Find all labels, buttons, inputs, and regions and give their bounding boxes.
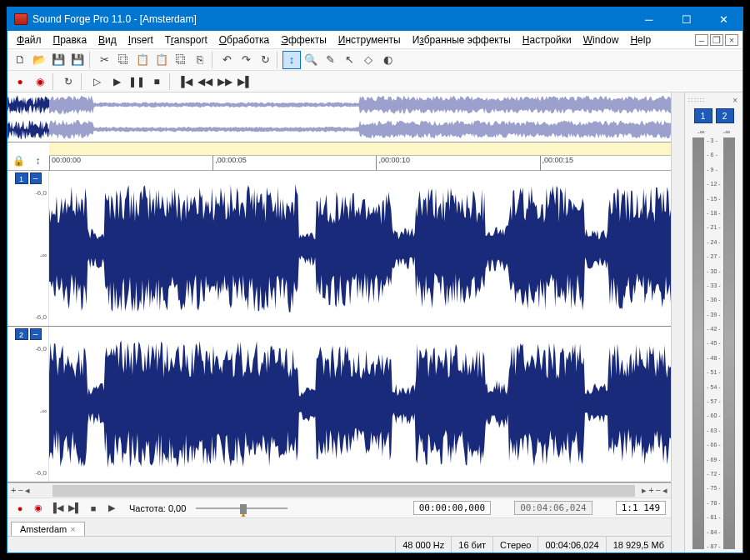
tab-close-icon[interactable]: × (70, 524, 75, 534)
meter-peak-1: -∞ (698, 128, 704, 136)
copy-button[interactable]: ⿻ (114, 51, 132, 69)
mdi-minimize-button[interactable]: – (695, 34, 708, 46)
lock-icon[interactable]: 🔒 (12, 153, 27, 168)
menu-window[interactable]: Window (578, 32, 625, 48)
envelope-tool-button[interactable]: ◇ (359, 51, 378, 69)
record-button[interactable]: ● (11, 72, 29, 91)
meters-close-icon[interactable]: × (732, 96, 739, 105)
waveform-2[interactable] (49, 327, 671, 482)
marker-strip[interactable] (49, 142, 671, 156)
paste-button[interactable]: 📋 (133, 51, 152, 69)
zoom-out-horiz-icon[interactable]: − (656, 485, 661, 496)
meter-ch1-button[interactable]: 1 (694, 108, 712, 123)
horizontal-scrollbar[interactable] (52, 485, 635, 497)
menu-transport[interactable]: Transport (159, 32, 213, 48)
menu-process[interactable]: Обработка (213, 32, 276, 48)
meter-ch2-button[interactable]: 2 (716, 108, 734, 123)
menu-effects[interactable]: Эффекты (275, 32, 332, 48)
vertical-scrollbar[interactable] (671, 92, 684, 552)
zoom-ratio-display[interactable]: 1:1 149 (616, 501, 666, 515)
zoom-in-vert-icon[interactable]: + (11, 485, 16, 496)
trim-button[interactable]: ⎘ (191, 51, 209, 69)
edit-tool-button[interactable]: ↕ (282, 51, 301, 69)
event-tool-button[interactable]: ↖ (340, 51, 358, 69)
rewind-button[interactable]: ◀◀ (196, 72, 214, 91)
zoom-out-vert-icon[interactable]: − (18, 485, 22, 496)
channel-1-collapse[interactable]: – (30, 172, 42, 184)
menu-settings[interactable]: Настройки (517, 32, 578, 48)
status-sample-rate: 48 000 Hz (395, 537, 451, 552)
menu-tools[interactable]: Инструменты (332, 32, 407, 48)
undo-button[interactable]: ↶ (218, 51, 236, 69)
tab-label: Amsterdam (20, 524, 67, 534)
statusbar: 48 000 Hz 16 бит Стерео 00:04:06,024 18 … (8, 536, 671, 552)
channel-2-collapse[interactable]: – (30, 328, 42, 340)
menu-file[interactable]: Файл (11, 32, 48, 48)
bottom-stop-button[interactable]: ■ (86, 501, 101, 516)
sync-icon[interactable]: ↕ (31, 153, 46, 168)
grip-icon[interactable]: ∷∷∷ (688, 97, 706, 105)
zoom-in-horiz-icon[interactable]: + (648, 485, 653, 496)
scroll-right-icon[interactable]: ▸ (642, 485, 647, 496)
cut-button[interactable]: ✂ (95, 51, 113, 69)
toolbar: 🗋 📂 💾 💾 ✂ ⿻ 📋 📋 ⿻ ⎘ ↶ ↷ ↻ ↕ 🔍 ✎ ↖ ◇ ◐ (8, 49, 742, 71)
save-button[interactable]: 💾 (49, 51, 68, 69)
go-start-button[interactable]: ▐◀ (176, 72, 194, 91)
go-end-button[interactable]: ▶▌ (236, 72, 254, 91)
new-button[interactable]: 🗋 (11, 51, 29, 69)
bottom-record-button[interactable]: ● (12, 501, 28, 516)
transport-bar: ● ◉ ↻ ▷ ▶ ❚❚ ■ ▐◀ ◀◀ ▶▶ ▶▌ (8, 71, 742, 92)
play-button[interactable]: ▶ (108, 72, 126, 91)
channels: 1 – -6,0 -∞ -6,0 2 (8, 171, 671, 482)
status-channels: Стерео (492, 537, 538, 552)
menu-view[interactable]: Вид (92, 32, 122, 48)
window-title: Sound Forge Pro 11.0 - [Amsterdam] (32, 13, 630, 25)
tab-amsterdam[interactable]: Amsterdam × (11, 522, 85, 536)
channel-2-badge[interactable]: 2 (15, 328, 28, 340)
menu-favorites[interactable]: Избранные эффекты (407, 32, 517, 48)
mdi-restore-button[interactable]: ❐ (710, 34, 723, 46)
magnify-tool-button[interactable]: 🔍 (302, 51, 320, 69)
menu-edit[interactable]: Правка (48, 32, 93, 48)
channel-2: 2 – -6,0 -∞ -6,0 (8, 327, 671, 482)
meter-bar-1 (692, 138, 704, 549)
open-button[interactable]: 📂 (30, 51, 48, 69)
scrub-tool-button[interactable]: ◐ (378, 51, 397, 69)
loop-button[interactable]: ↻ (59, 72, 78, 91)
time-ruler[interactable]: 00:00:00,00:00:05,00:00:10,00:00:15 (49, 142, 671, 170)
maximize-button[interactable]: ☐ (668, 8, 705, 31)
waveform-1[interactable] (49, 171, 671, 326)
pause-button[interactable]: ❚❚ (128, 72, 146, 91)
channel-1-badge[interactable]: 1 (15, 172, 28, 184)
pencil-tool-button[interactable]: ✎ (321, 51, 339, 69)
zoom-menu-icon[interactable]: ◂ (25, 485, 30, 496)
forward-button[interactable]: ▶▶ (216, 72, 234, 91)
saveas-button[interactable]: 💾 (68, 51, 87, 69)
play-all-button[interactable]: ▷ (88, 72, 106, 91)
arm-record-button[interactable]: ◉ (31, 72, 49, 91)
close-button[interactable]: ✕ (705, 8, 742, 31)
channel-2-scale: -6,0 -∞ -6,0 (8, 340, 48, 482)
bottom-go-start-button[interactable]: ▐◀ (49, 501, 64, 516)
meter-peak-2: -∞ (723, 128, 730, 136)
redo-button[interactable]: ↷ (237, 51, 255, 69)
overview-pane[interactable] (8, 92, 671, 142)
workspace: 🔒 ↕ 00:00:00,00:00:05,00:00:10,00:00:15 … (8, 92, 742, 552)
menu-insert[interactable]: Insert (122, 32, 159, 48)
current-time-display[interactable]: 00:00:00,000 (413, 501, 491, 515)
mix-button[interactable]: ⿻ (172, 51, 190, 69)
repeat-button[interactable]: ↻ (256, 51, 274, 69)
bottom-arm-button[interactable]: ◉ (31, 501, 46, 516)
mdi-close-button[interactable]: × (725, 34, 738, 46)
paste-special-button[interactable]: 📋 (152, 51, 171, 69)
zoom-horiz-menu-icon[interactable]: ◂ (662, 485, 668, 496)
status-bit-depth: 16 бит (451, 537, 492, 552)
stop-button[interactable]: ■ (148, 72, 166, 91)
menu-help[interactable]: Help (624, 32, 657, 48)
bottom-go-end-button[interactable]: ▶▌ (68, 501, 82, 516)
minimize-button[interactable]: ─ (630, 8, 668, 31)
bottom-play-button[interactable]: ▶ (104, 501, 119, 516)
rate-slider[interactable]: ▲ (196, 502, 288, 514)
titlebar[interactable]: Sound Forge Pro 11.0 - [Amsterdam] ─ ☐ ✕ (8, 8, 742, 31)
menubar: Файл Правка Вид Insert Transport Обработ… (8, 31, 742, 49)
